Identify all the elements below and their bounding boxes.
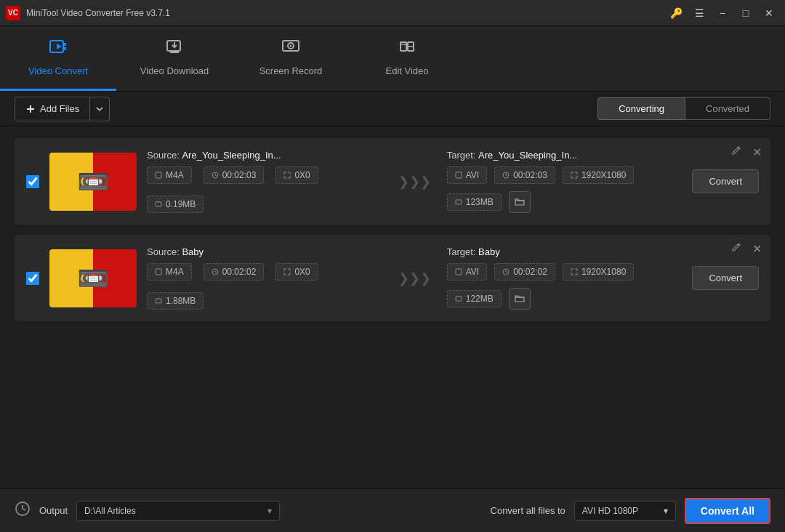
svg-line-47 xyxy=(23,509,25,510)
file2-target-meta: AVI 00:02:02 1920X1080 122MB xyxy=(447,263,683,310)
menu-btn[interactable]: ☰ xyxy=(689,5,709,21)
close-btn[interactable]: ✕ xyxy=(759,5,779,21)
file2-source-duration: 00:02:02 xyxy=(204,263,265,281)
file1-source-format: M4A xyxy=(147,166,192,184)
file2-edit-btn[interactable] xyxy=(731,242,741,254)
cassette-icon: 📼 xyxy=(77,166,110,197)
file1-target-meta: AVI 00:02:03 1920X1080 123MB xyxy=(447,166,683,213)
file2-source-size: 1.88MB xyxy=(147,292,204,310)
maximize-btn[interactable]: □ xyxy=(736,5,756,21)
tab-screen-record-label: Screen Record xyxy=(259,65,323,76)
tab-video-download-label: Video Download xyxy=(140,65,209,76)
tab-video-convert[interactable]: Video Convert xyxy=(0,26,116,91)
screen-record-icon xyxy=(281,36,301,61)
app-logo: VC xyxy=(6,6,20,20)
file2-checkbox[interactable] xyxy=(26,272,39,285)
output-path-display[interactable]: D:\All Articles ▾ xyxy=(76,501,280,521)
svg-rect-34 xyxy=(156,299,161,303)
file2-thumbnail: 📼 xyxy=(49,249,137,307)
file1-close-btn[interactable]: ✕ xyxy=(752,145,762,159)
app-title: MiniTool Video Converter Free v3.7.1 xyxy=(26,8,666,18)
output-path-dropdown-icon: ▾ xyxy=(267,506,272,516)
svg-point-8 xyxy=(290,44,292,47)
file2-target-name: Baby xyxy=(478,246,500,257)
file2-source-meta: M4A 00:02:02 0X0 1.88MB xyxy=(147,263,382,310)
file2-source-label: Source: Baby xyxy=(147,246,382,257)
converting-tab[interactable]: Converting xyxy=(597,97,685,120)
cassette-icon-2: 📼 xyxy=(77,263,110,294)
svg-rect-15 xyxy=(156,172,161,178)
svg-line-40 xyxy=(506,272,507,273)
minimize-btn[interactable]: − xyxy=(712,5,733,21)
svg-rect-26 xyxy=(456,200,462,204)
file2-close-btn[interactable]: ✕ xyxy=(752,242,762,256)
convert-all-files-label: Convert all files to xyxy=(491,505,565,516)
content-area: 📼 Source: Are_You_Sleeping_In... M4A 00:… xyxy=(0,126,785,488)
format-select[interactable]: AVI HD 1080P ▾ xyxy=(574,501,676,521)
title-bar: VC MiniTool Video Converter Free v3.7.1 … xyxy=(0,0,785,26)
file2-folder-btn[interactable] xyxy=(509,288,531,310)
file1-target-info: Target: Are_You_Sleeping_In... AVI 00:02… xyxy=(447,150,683,213)
file1-target-resolution: 1920X1080 xyxy=(563,166,634,184)
clock-icon xyxy=(15,501,31,520)
toolbar: Add Files Converting Converted xyxy=(0,92,785,126)
svg-rect-9 xyxy=(400,42,406,51)
tab-video-download[interactable]: Video Download xyxy=(116,26,233,91)
svg-rect-2 xyxy=(63,47,66,50)
svg-line-18 xyxy=(215,175,217,176)
file1-source-resolution: 0X0 xyxy=(275,166,318,184)
format-dropdown-icon: ▾ xyxy=(664,506,668,516)
file2-source-name: Baby xyxy=(182,246,204,257)
convert-all-button[interactable]: Convert All xyxy=(685,498,770,524)
file-card-2: 📼 Source: Baby M4A 00:02:02 0X0 xyxy=(15,235,770,321)
file-card-1: 📼 Source: Are_You_Sleeping_In... M4A 00:… xyxy=(15,138,770,225)
file2-target-label: Target: Baby xyxy=(447,246,683,257)
tab-switcher: Converting Converted xyxy=(597,97,770,120)
file1-source-size: 0.19MB xyxy=(147,196,204,213)
file2-target-resolution: 1920X1080 xyxy=(563,263,634,281)
file2-target-size: 122MB xyxy=(447,290,502,307)
file1-folder-btn[interactable] xyxy=(509,191,531,213)
file1-edit-btn[interactable] xyxy=(731,145,741,158)
file1-checkbox[interactable] xyxy=(26,175,39,188)
file2-target-format: AVI xyxy=(447,263,487,281)
tab-edit-video[interactable]: Edit Video xyxy=(349,26,465,91)
add-files-label: Add Files xyxy=(40,103,79,114)
arrow-separator-1: ❯❯❯ xyxy=(392,174,437,190)
file1-source-name: Are_You_Sleeping_In... xyxy=(182,150,281,161)
file1-source-duration: 00:02:03 xyxy=(204,166,265,184)
key-icon-btn[interactable]: 🔑 xyxy=(666,5,686,21)
svg-line-25 xyxy=(506,175,507,176)
file1-convert-btn[interactable]: Convert xyxy=(692,169,759,193)
svg-rect-37 xyxy=(456,269,462,275)
tab-screen-record[interactable]: Screen Record xyxy=(233,26,349,91)
add-files-button[interactable]: Add Files xyxy=(15,97,90,121)
file2-target-info: Target: Baby AVI 00:02:02 1920X1080 122 xyxy=(447,246,683,310)
file1-target-format: AVI xyxy=(447,166,487,184)
svg-line-33 xyxy=(215,272,217,273)
output-label: Output xyxy=(39,505,68,516)
file1-source-info: Source: Are_You_Sleeping_In... M4A 00:02… xyxy=(147,150,382,213)
file1-source-meta: M4A 00:02:03 0X0 0.19MB xyxy=(147,166,382,213)
file2-source-info: Source: Baby M4A 00:02:02 0X0 1.88MB xyxy=(147,246,382,310)
file1-target-size: 123MB xyxy=(447,193,502,211)
file1-target-duration: 00:02:03 xyxy=(494,166,555,184)
edit-video-icon xyxy=(397,36,417,61)
arrow-separator-2: ❯❯❯ xyxy=(392,270,437,286)
file1-thumbnail: 📼 xyxy=(49,153,137,211)
file2-target-duration: 00:02:02 xyxy=(494,263,555,281)
file1-target-label: Target: Are_You_Sleeping_In... xyxy=(447,150,683,161)
svg-rect-19 xyxy=(156,202,161,206)
format-value: AVI HD 1080P xyxy=(582,506,638,516)
nav-bar: Video Convert Video Download Screen Reco… xyxy=(0,26,785,92)
file2-source-format: M4A xyxy=(147,263,192,281)
svg-rect-1 xyxy=(63,43,66,46)
svg-rect-30 xyxy=(156,269,161,275)
converted-tab[interactable]: Converted xyxy=(685,97,770,120)
file2-convert-btn[interactable]: Convert xyxy=(692,266,759,290)
file2-source-resolution: 0X0 xyxy=(275,263,318,281)
add-files-dropdown[interactable] xyxy=(90,97,110,121)
file1-target-name: Are_You_Sleeping_In... xyxy=(478,150,577,161)
bottom-bar: Output D:\All Articles ▾ Convert all fil… xyxy=(0,488,785,532)
file1-source-label: Source: Are_You_Sleeping_In... xyxy=(147,150,382,161)
